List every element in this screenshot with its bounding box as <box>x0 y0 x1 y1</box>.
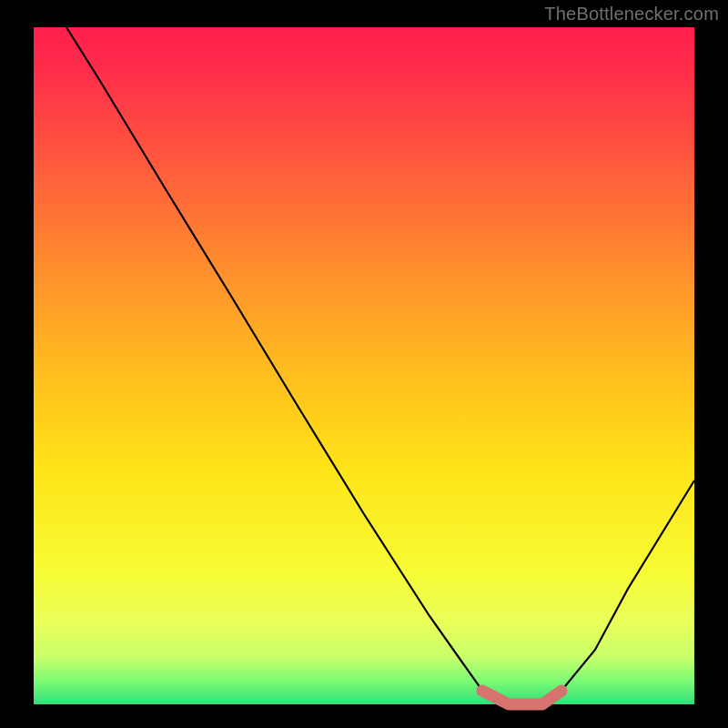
plot-background <box>34 27 694 704</box>
attribution-text: TheBottlenecker.com <box>544 4 719 25</box>
bottleneck-chart <box>0 0 728 728</box>
chart-container: TheBottlenecker.com <box>0 0 728 728</box>
